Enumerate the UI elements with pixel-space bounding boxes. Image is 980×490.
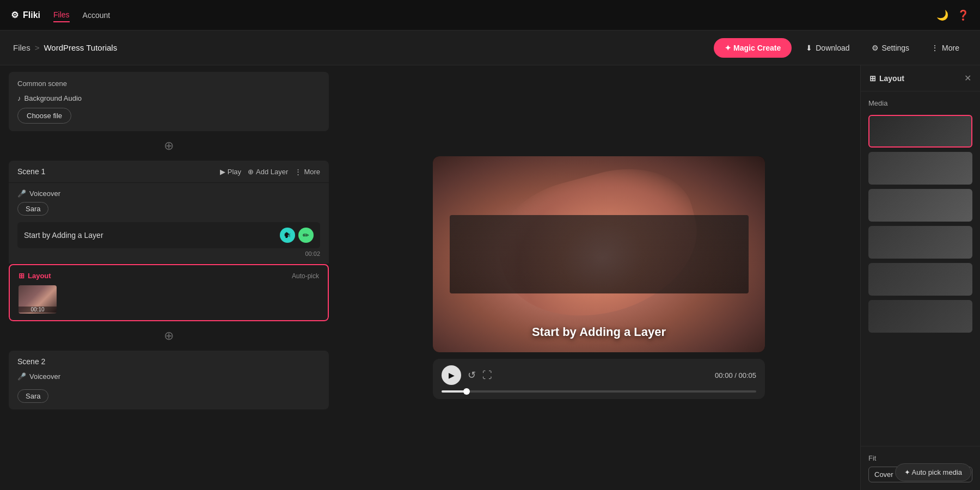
breadcrumb-parent[interactable]: Files (13, 43, 30, 52)
video-bg (433, 156, 765, 352)
nav-account[interactable]: Account (83, 9, 111, 22)
nav-right-actions: 🌙 ❓ (936, 9, 969, 21)
play-icon: ▶ (220, 168, 225, 176)
scene1-header: Scene 1 ▶ Play ⊕ Add Layer ⋮ More (9, 161, 329, 182)
breadcrumb-bar: Files > WordPress Tutorials ✦ Magic Crea… (0, 30, 980, 65)
player-buttons: ▶ ↺ ⛶ 00:00 / 00:05 (442, 365, 756, 385)
right-panel-body: Media (861, 91, 980, 446)
media-item-6[interactable] (868, 300, 972, 333)
add-scene-2-button[interactable]: ⊕ (9, 327, 329, 345)
right-panel-close-button[interactable]: ✕ (964, 73, 971, 83)
play-pause-button[interactable]: ▶ (442, 365, 461, 385)
video-overlay-text: Start by Adding a Layer (532, 325, 666, 339)
more-label: More (942, 44, 959, 52)
media-item-4[interactable] (868, 226, 972, 259)
progress-bar[interactable] (442, 390, 756, 393)
breadcrumb-separator: > (35, 43, 40, 52)
layout-label: ⊞ Layout (19, 272, 51, 280)
scene1-text: Start by Adding a Layer (24, 231, 280, 240)
add-layer-icon: ⊕ (248, 168, 254, 176)
media-item-3[interactable] (868, 189, 972, 222)
video-player: Start by Adding a Layer (433, 156, 765, 352)
scene1-card: Scene 1 ▶ Play ⊕ Add Layer ⋮ More (9, 161, 329, 321)
background-audio-label: ♪ Background Audio (17, 94, 320, 102)
layout-grid-icon: ⊞ (19, 272, 24, 280)
media-thumb-time: 00:10 (19, 307, 57, 313)
text-edit-icon[interactable]: ✏ (298, 228, 314, 243)
progress-thumb[interactable] (463, 388, 470, 395)
right-panel: ⊞ Layout ✕ Media Fit Cover Contain (860, 65, 980, 490)
download-icon: ⬇ (806, 44, 812, 52)
magic-create-button[interactable]: ✦ Magic Create (714, 38, 792, 58)
replay-button[interactable]: ↺ (468, 369, 476, 381)
download-button[interactable]: ⬇ Download (798, 39, 857, 57)
scene2-speaker-tag[interactable]: Sara (17, 389, 48, 403)
scene1-play-button[interactable]: ▶ Play (220, 168, 241, 176)
breadcrumb: Files > WordPress Tutorials (13, 43, 714, 52)
music-icon: ♪ (17, 94, 21, 102)
more-button[interactable]: ⋮ More (923, 39, 967, 57)
app-logo: ⚙ Fliki (11, 10, 40, 20)
media-item-2[interactable] (868, 152, 972, 185)
nav-files[interactable]: Files (53, 8, 70, 22)
more-dots-icon: ⋮ (931, 44, 939, 52)
microphone-2-icon: 🎤 (17, 372, 26, 381)
player-time: 00:00 / 00:05 (715, 371, 756, 379)
auto-pick-label: Auto-pick (292, 272, 319, 280)
scene2-title: Scene 2 (17, 357, 320, 366)
microphone-icon: 🎤 (17, 189, 26, 198)
media-item-1[interactable] (868, 115, 972, 148)
right-panel-title: ⊞ Layout (869, 74, 904, 83)
top-nav: ⚙ Fliki Files Account 🌙 ❓ (0, 0, 980, 30)
scene1-add-layer-button[interactable]: ⊕ Add Layer (248, 168, 288, 176)
choose-file-button[interactable]: Choose file (17, 108, 71, 124)
scene1-time: 00:02 (17, 250, 320, 257)
media-grid (868, 115, 972, 333)
scene1-layout-section: ⊞ Layout Auto-pick 00:10 (9, 264, 329, 321)
scene1-more-button[interactable]: ⋮ More (295, 168, 320, 176)
layout-section-header: ⊞ Layout Auto-pick (19, 272, 319, 280)
breadcrumb-current: WordPress Tutorials (44, 43, 117, 52)
help-button[interactable]: ❓ (957, 9, 969, 21)
tts-icon[interactable]: 🗣 (280, 228, 295, 243)
app-name: Fliki (23, 10, 40, 20)
left-panel: Common scene ♪ Background Audio Choose f… (0, 65, 338, 490)
common-scene-card: Common scene ♪ Background Audio Choose f… (9, 72, 329, 131)
center-area: Start by Adding a Layer ▶ ↺ ⛶ 00:00 / 00… (338, 65, 860, 490)
scene1-title: Scene 1 (17, 167, 213, 176)
scene1-actions: ▶ Play ⊕ Add Layer ⋮ More (220, 168, 320, 176)
plus-icon-2: ⊕ (164, 329, 174, 343)
more-icon: ⋮ (295, 168, 302, 176)
settings-button[interactable]: ⚙ Settings (864, 39, 917, 57)
scene2-header: Scene 2 (17, 357, 320, 372)
auto-pick-media-button[interactable]: ✦ Auto pick media (895, 463, 971, 481)
main-layout: Common scene ♪ Background Audio Choose f… (0, 65, 980, 490)
scene2-voiceover-label: 🎤 Voiceover (17, 372, 320, 381)
common-scene-title: Common scene (17, 79, 320, 88)
layout-icon: ⊞ (869, 74, 876, 83)
right-panel-header: ⊞ Layout ✕ (861, 65, 980, 91)
gear-icon: ⚙ (11, 10, 19, 20)
player-controls: ▶ ↺ ⛶ 00:00 / 00:05 (433, 359, 765, 399)
add-scene-button[interactable]: ⊕ (9, 137, 329, 155)
scene1-text-row: Start by Adding a Layer 🗣 ✏ (17, 222, 320, 248)
scene1-media-thumb[interactable]: 00:10 (19, 285, 57, 314)
settings-label: Settings (882, 44, 910, 52)
plus-icon: ⊕ (164, 139, 174, 153)
dark-mode-toggle[interactable]: 🌙 (936, 9, 948, 21)
scene1-body: 🎤 Voiceover Sara Start by Adding a Layer… (9, 183, 329, 264)
settings-icon: ⚙ (872, 44, 879, 52)
media-item-5[interactable] (868, 263, 972, 296)
fit-label: Fit (868, 454, 972, 462)
scene2-card: Scene 2 🎤 Voiceover Sara (9, 351, 329, 409)
media-label: Media (868, 99, 972, 107)
download-label: Download (816, 44, 849, 52)
scene1-text-icons: 🗣 ✏ (280, 228, 314, 243)
speaker-tag[interactable]: Sara (17, 202, 48, 216)
voiceover-label: 🎤 Voiceover (17, 189, 320, 198)
keyboard-visual (450, 215, 749, 293)
breadcrumb-actions: ✦ Magic Create ⬇ Download ⚙ Settings ⋮ M… (714, 38, 967, 58)
fullscreen-button[interactable]: ⛶ (482, 370, 492, 381)
